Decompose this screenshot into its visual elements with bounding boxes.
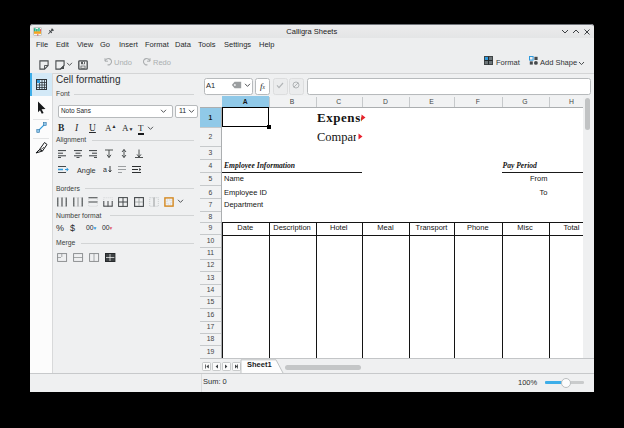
svg-text:a: a bbox=[103, 166, 107, 173]
